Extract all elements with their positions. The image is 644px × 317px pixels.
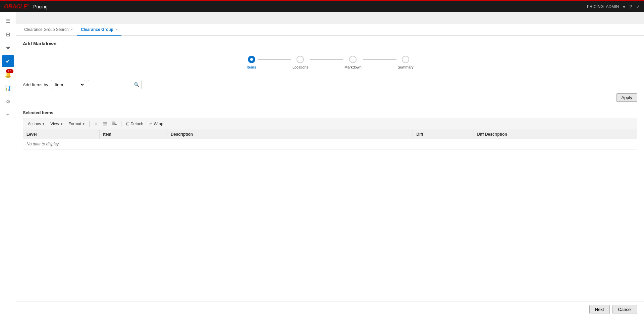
step-circle-items bbox=[248, 56, 255, 63]
col-diff: Diff bbox=[413, 130, 474, 139]
no-data-text: No data to display. bbox=[23, 139, 637, 149]
format-label: Format bbox=[68, 122, 81, 126]
step-circle-locations bbox=[297, 56, 304, 63]
delete-icon-button[interactable]: ✕ bbox=[92, 120, 100, 128]
selected-items-section: Selected Items Actions ▾ View ▾ Format ▾… bbox=[23, 110, 637, 149]
oracle-brand: ORACLE® bbox=[4, 3, 29, 10]
svg-rect-1 bbox=[103, 124, 107, 126]
format-dropdown-arrow: ▾ bbox=[83, 122, 85, 126]
next-button[interactable]: Next bbox=[589, 305, 610, 314]
step-markdown: Markdown bbox=[344, 56, 362, 69]
add-items-label: Add Items by bbox=[23, 82, 48, 87]
svg-rect-0 bbox=[103, 122, 107, 124]
format-dropdown-button[interactable]: Format ▾ bbox=[66, 121, 87, 127]
oracle-logo: ORACLE® Pricing bbox=[4, 3, 48, 10]
wrap-icon: ↵ bbox=[149, 122, 153, 126]
sidebar-favorites-icon[interactable]: ★ bbox=[2, 42, 14, 54]
search-input-wrapper: 🔍 bbox=[88, 80, 142, 89]
sidebar-grid-icon[interactable]: ⊞ bbox=[2, 28, 14, 40]
step-circle-markdown bbox=[349, 56, 357, 63]
page-content: Add Markdown Items Locations Markdown bbox=[16, 36, 644, 317]
user-name[interactable]: PRICING_ADMIN bbox=[587, 4, 619, 9]
tab-clearance-group[interactable]: Clearance Group × bbox=[77, 24, 121, 36]
search-button[interactable]: 🔍 bbox=[132, 81, 141, 88]
step-label-markdown: Markdown bbox=[344, 65, 362, 69]
sidebar-menu-icon[interactable]: ☰ bbox=[2, 15, 14, 27]
step-summary: Summary bbox=[398, 56, 414, 69]
step-connector-1 bbox=[258, 59, 291, 60]
top-bar: ORACLE® Pricing PRICING_ADMIN ▾ ? ⤢ bbox=[0, 0, 644, 12]
step-connector-2 bbox=[310, 59, 343, 60]
table-body: No data to display. bbox=[23, 139, 637, 149]
toolbar-separator-1 bbox=[89, 121, 90, 127]
col-level: Level bbox=[23, 130, 100, 139]
bottom-bar: Next Cancel bbox=[16, 302, 644, 317]
apply-btn-row: Apply bbox=[23, 93, 637, 102]
view-dropdown-button[interactable]: View ▾ bbox=[48, 121, 65, 127]
step-items: Items bbox=[247, 56, 256, 69]
sidebar-add-icon[interactable]: + bbox=[2, 109, 14, 121]
app-title: Pricing bbox=[33, 4, 48, 9]
step-locations: Locations bbox=[292, 56, 308, 69]
step-connector-3 bbox=[363, 59, 396, 60]
sidebar-notifications-icon[interactable]: 🔔 bbox=[2, 69, 14, 81]
step-circle-summary bbox=[402, 56, 409, 63]
tab-clearance-group-search[interactable]: Clearance Group Search × bbox=[20, 24, 77, 36]
help-icon[interactable]: ? bbox=[629, 4, 632, 9]
page-title: Add Markdown bbox=[23, 41, 637, 46]
col-item: Item bbox=[100, 130, 167, 139]
dropdown-icon[interactable]: ▾ bbox=[623, 4, 625, 9]
tab-close-search[interactable]: × bbox=[71, 28, 73, 31]
main-content: Clearance Group Search × Clearance Group… bbox=[16, 24, 644, 317]
add-items-select[interactable]: Item Department Class Subclass bbox=[51, 80, 85, 89]
table-toolbar: Actions ▾ View ▾ Format ▾ ✕ bbox=[23, 118, 637, 130]
col-description: Description bbox=[167, 130, 413, 139]
expand-icon[interactable]: ⤢ bbox=[636, 4, 640, 9]
freeze-icon-button[interactable] bbox=[101, 120, 110, 128]
top-bar-right: PRICING_ADMIN ▾ ? ⤢ bbox=[587, 4, 640, 9]
actions-dropdown-arrow: ▾ bbox=[43, 122, 44, 126]
selected-items-table: Level Item Description Diff Diff Descrip… bbox=[23, 130, 637, 149]
selected-items-label: Selected Items bbox=[23, 110, 637, 115]
table-header: Level Item Description Diff Diff Descrip… bbox=[23, 130, 637, 139]
export-icon-button[interactable] bbox=[110, 120, 119, 128]
tab-close-clearance[interactable]: × bbox=[115, 28, 117, 31]
svg-rect-2 bbox=[112, 122, 115, 123]
step-label-locations: Locations bbox=[292, 65, 308, 69]
no-data-row: No data to display. bbox=[23, 139, 637, 149]
detach-label: Detach bbox=[130, 122, 143, 126]
col-diff-description: Diff Description bbox=[474, 130, 637, 139]
cancel-button[interactable]: Cancel bbox=[612, 305, 637, 314]
toolbar-separator-2 bbox=[121, 121, 121, 127]
detach-button[interactable]: ⊡ Detach bbox=[123, 121, 146, 127]
actions-dropdown-button[interactable]: Actions ▾ bbox=[25, 121, 47, 127]
table-header-row: Level Item Description Diff Diff Descrip… bbox=[23, 130, 637, 139]
section-divider bbox=[23, 106, 637, 106]
wizard-steps: Items Locations Markdown Summary bbox=[23, 53, 637, 72]
step-label-items: Items bbox=[247, 65, 256, 69]
step-group: Items Locations Markdown Summary bbox=[247, 56, 414, 69]
svg-rect-3 bbox=[112, 123, 115, 124]
wrap-button[interactable]: ↵ Wrap bbox=[147, 121, 166, 127]
actions-label: Actions bbox=[28, 122, 41, 126]
add-items-row: Add Items by Item Department Class Subcl… bbox=[23, 80, 637, 89]
sidebar: ☰ ⊞ ★ ✔ 🔔 📊 ⚙ + bbox=[0, 12, 16, 317]
tab-label: Clearance Group Search bbox=[24, 27, 69, 32]
apply-button[interactable]: Apply bbox=[616, 93, 637, 102]
wrap-label: Wrap bbox=[154, 122, 163, 126]
sidebar-settings-icon[interactable]: ⚙ bbox=[2, 95, 14, 107]
sidebar-analytics-icon[interactable]: 📊 bbox=[2, 82, 14, 94]
tab-label: Clearance Group bbox=[81, 27, 113, 32]
view-label: View bbox=[50, 122, 59, 126]
tab-bar: Clearance Group Search × Clearance Group… bbox=[16, 24, 644, 36]
sidebar-tasks-icon[interactable]: ✔ bbox=[2, 55, 14, 67]
view-dropdown-arrow: ▾ bbox=[61, 122, 62, 126]
step-label-summary: Summary bbox=[398, 65, 414, 69]
detach-icon: ⊡ bbox=[126, 122, 129, 126]
